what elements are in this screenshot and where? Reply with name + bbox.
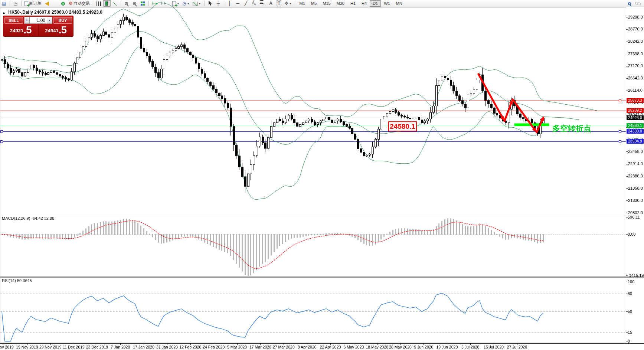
buy-button[interactable]: BUY (53, 17, 72, 24)
price-badge[interactable]: 25673.3 (627, 98, 644, 103)
macd-name: MACD(12,26,9) (2, 216, 30, 220)
date-axis-tick: 6 May 2020 (343, 345, 364, 349)
collapse-panel-icon[interactable]: ▲ (2, 11, 6, 14)
price-axis-tick: 21858.0 (628, 186, 644, 190)
sell-price[interactable]: 24921 .5 (3, 24, 39, 36)
price-flag-annotation[interactable]: 24580.1 (388, 121, 417, 131)
date-axis-tick: 18 May 2020 (366, 345, 388, 349)
date-axis-tick: 9 Jun 2020 (414, 345, 433, 349)
price-badge[interactable]: 24923.0 (627, 115, 644, 120)
price-badge[interactable]: 24580.1 (627, 123, 644, 128)
buy-price-pips: .5 (59, 25, 66, 35)
pane-separator[interactable] (0, 276, 644, 277)
sell-price-main: 24921 (10, 26, 23, 35)
price-axis-tick: 26642.0 (628, 76, 644, 80)
date-axis-tick: 17 Jan 2020 (133, 345, 154, 349)
pane-separator[interactable] (0, 215, 644, 215)
macd-axis-tick: 0.00 (628, 232, 635, 236)
date-axis-tick: 5 Mar 2020 (227, 345, 247, 349)
macd-axis-tick: -1415.19 (628, 274, 644, 278)
price-axis-tick: 26114.0 (628, 88, 644, 92)
macd-label: MACD(12,26,9) -64.42 32.88 (2, 216, 54, 220)
date-axis-tick: 29 Nov 2019 (39, 345, 62, 349)
sell-button[interactable]: SELL (4, 17, 23, 24)
price-axis-tick: 21330.0 (628, 199, 644, 203)
sell-price-pips: .5 (23, 25, 31, 35)
chart-ohlc-values: 24607.0 25060.0 24483.5 24923.0 (34, 10, 102, 15)
pane-separator[interactable] (0, 277, 644, 278)
turning-point-note[interactable]: 多空转折点 (552, 123, 591, 134)
date-axis-tick: 15 Jul 2020 (484, 345, 504, 349)
date-axis-tick: 27 Mar 2020 (273, 345, 295, 349)
rsi-name: RSI(14) (2, 278, 16, 283)
date-axis-tick: 19 Nov 2019 (16, 345, 38, 349)
price-axis-tick: 22914.0 (628, 162, 644, 166)
price-badge[interactable]: 25239.2 (627, 108, 644, 113)
date-axis-tick: 17 Mar 2020 (249, 345, 271, 349)
rsi-value: 50.3645 (17, 278, 32, 283)
volume-increase-button[interactable]: ▲ (47, 17, 52, 24)
pane-separator[interactable] (0, 214, 644, 214)
rsi-label: RSI(14) 50.3645 (2, 278, 32, 283)
date-axis-tick: 3 Jul 2020 (461, 345, 479, 349)
price-axis-tick: 22386.0 (628, 174, 644, 178)
price-axis-tick: 23458.0 (628, 150, 644, 154)
macd-axis-tick: 596.11 (628, 215, 640, 219)
chart-title: ▲ HK50-,Daily 24607.0 25060.0 24483.5 24… (2, 10, 102, 15)
date-axis-tick: 23 Dec 2019 (86, 345, 108, 349)
volume-stepper: ▼ 1.00 ▲ (24, 17, 52, 24)
trading-terminal: ▤ ◳ 新订单 ⚙ 自动交易 + - ⊢▸ ⊦+ ▼ ◷▼ ▼ (0, 0, 644, 350)
price-axis-tick: 27170.0 (628, 64, 644, 68)
date-axis-tick: 7 Nov 2019 (0, 345, 14, 349)
price-badge[interactable]: 24339.0 (627, 129, 644, 134)
date-axis-tick: 27 Jul 2020 (507, 345, 527, 349)
one-click-trade-panel: SELL ▼ 1.00 ▲ BUY 24921 .5 24941 .5 (3, 16, 73, 37)
date-axis-tick: 22 Apr 2020 (320, 345, 341, 349)
date-axis-tick: 7 Jan 2020 (111, 345, 130, 349)
date-axis-tick: 11 Dec 2019 (63, 345, 85, 349)
date-axis-separator (0, 343, 644, 344)
date-axis-tick: 12 Feb 2020 (179, 345, 201, 349)
rsi-axis-tick: 100 (628, 280, 634, 284)
price-axis-tick: 29298.0 (628, 15, 644, 19)
macd-values: -64.42 32.88 (31, 216, 54, 220)
date-axis-tick: 24 Feb 2020 (203, 345, 225, 349)
date-axis-tick: 31 Jan 2020 (156, 345, 178, 349)
date-axis-tick: 19 Jun 2020 (436, 345, 458, 349)
price-axis-tick: 28242.0 (628, 39, 644, 43)
price-axis-separator (626, 7, 626, 344)
volume-decrease-button[interactable]: ▼ (24, 17, 30, 24)
chart-symbol-period: HK50-,Daily (8, 10, 33, 15)
price-axis-tick: 28770.0 (628, 27, 644, 31)
rsi-axis-tick: 80 (628, 292, 632, 296)
rsi-axis-tick: 0 (628, 339, 630, 343)
buy-price[interactable]: 24941 .5 (39, 24, 73, 36)
date-axis-tick: 28 May 2020 (389, 345, 412, 349)
buy-price-main: 24941 (45, 26, 58, 35)
price-axis-tick: 20802.0 (628, 211, 644, 215)
volume-value[interactable]: 1.00 (30, 17, 47, 24)
rsi-axis-tick: 50 (628, 310, 632, 314)
price-axis-tick: 27698.0 (628, 52, 644, 56)
price-badge[interactable]: 23904.9 (627, 139, 644, 144)
chart-canvas[interactable] (0, 0, 644, 350)
rsi-axis-tick: 15 (628, 330, 632, 334)
date-axis-tick: 8 Apr 2020 (298, 345, 317, 349)
